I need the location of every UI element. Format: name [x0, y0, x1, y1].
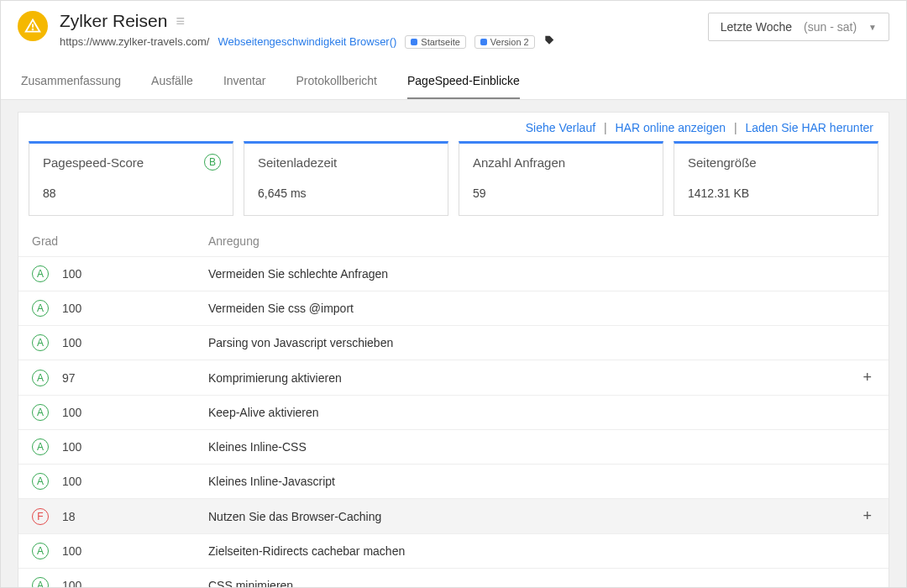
- grade-badge: B: [204, 154, 221, 171]
- link-history[interactable]: Siehe Verlauf: [526, 121, 595, 134]
- suggestion-text: Zielseiten-Ridirects cachebar machen: [208, 544, 875, 558]
- score-value: 100: [62, 302, 208, 315]
- chevron-down-icon: ▼: [868, 23, 877, 32]
- table-row[interactable]: A100Vermeiden Sie schlechte Anfragen: [18, 256, 889, 291]
- score-value: 100: [62, 544, 208, 558]
- tab-pagespeed-einblicke[interactable]: PageSpeed-Einblicke: [407, 66, 520, 99]
- metric-label: Seitenladezeit: [258, 155, 434, 170]
- score-value: 100: [62, 475, 208, 488]
- grade-badge: A: [32, 265, 49, 282]
- metric-card[interactable]: Seitenladezeit6,645 ms: [244, 141, 448, 216]
- score-value: 100: [62, 267, 208, 281]
- metric-value: 88: [43, 186, 219, 200]
- grade-badge: A: [32, 370, 49, 386]
- svg-point-1: [33, 29, 34, 30]
- date-range-selector[interactable]: Letzte Woche (sun - sat) ▼: [708, 13, 889, 41]
- tab-zusammenfassung[interactable]: Zusammenfassung: [21, 66, 121, 99]
- tab-ausf-lle[interactable]: Ausfälle: [151, 66, 193, 99]
- table-row[interactable]: F18Nutzen Sie das Browser-Caching+: [18, 498, 889, 533]
- suggestion-text: Kleines Inline-CSS: [208, 440, 875, 454]
- tag-startseite[interactable]: Startseite: [405, 35, 465, 49]
- link-download-har[interactable]: Laden Sie HAR herunter: [745, 121, 873, 134]
- metric-card[interactable]: Pagespeed-Score88B: [29, 141, 233, 216]
- suggestions-table: A100Vermeiden Sie schlechte AnfragenA100…: [18, 256, 889, 588]
- header-grade: Grad: [32, 234, 208, 248]
- tab-inventar[interactable]: Inventar: [223, 66, 266, 99]
- table-row[interactable]: A100Kleines Inline-CSS: [18, 429, 889, 464]
- table-row[interactable]: A100Kleines Inline-Javascript: [18, 464, 889, 498]
- table-row[interactable]: A100Parsing von Javascript verschieben: [18, 325, 889, 360]
- grade-badge: A: [32, 300, 49, 317]
- suggestion-text: Vermeiden Sie css @import: [208, 302, 875, 315]
- metric-label: Pagespeed-Score: [43, 155, 219, 170]
- table-row[interactable]: A100Vermeiden Sie css @import: [18, 291, 889, 325]
- tab-bar: ZusammenfassungAusfälleInventarProtokoll…: [1, 66, 906, 100]
- tab-protokollbericht[interactable]: Protokollbericht: [296, 66, 377, 99]
- header-suggestion: Anregung: [208, 234, 875, 248]
- score-value: 100: [62, 336, 208, 349]
- table-row[interactable]: A100Keep-Alive aktivieren: [18, 395, 889, 429]
- score-value: 18: [62, 510, 208, 523]
- suggestion-text: Parsing von Javascript verschieben: [208, 336, 875, 349]
- link-view-har[interactable]: HAR online anzeigen: [616, 121, 726, 134]
- grade-badge: A: [32, 473, 49, 490]
- metric-label: Seitengröße: [688, 155, 864, 170]
- table-row[interactable]: A100CSS minimieren: [18, 568, 889, 588]
- expand-icon[interactable]: +: [859, 369, 875, 386]
- suggestion-text: Kleines Inline-Javascript: [208, 475, 875, 488]
- score-value: 100: [62, 406, 208, 419]
- page-title: Zylker Reisen: [60, 11, 167, 31]
- suggestion-text: CSS minimieren: [208, 579, 875, 588]
- score-value: 97: [62, 371, 208, 385]
- grade-badge: A: [32, 543, 49, 559]
- metric-value: 59: [473, 186, 649, 200]
- metric-label: Anzahl Anfragen: [473, 155, 649, 170]
- alert-icon: [18, 11, 48, 41]
- speed-link[interactable]: Webseitengeschwindigkeit Browser(): [218, 35, 396, 48]
- grade-badge: A: [32, 334, 49, 351]
- table-header: Grad Anregung: [18, 228, 889, 256]
- metric-card[interactable]: Seitengröße1412.31 KB: [674, 141, 878, 216]
- score-value: 100: [62, 440, 208, 454]
- menu-icon[interactable]: ≡: [176, 13, 185, 30]
- date-label: Letzte Woche: [721, 20, 792, 34]
- metrics-row: Pagespeed-Score88BSeitenladezeit6,645 ms…: [18, 141, 889, 228]
- score-value: 100: [62, 579, 208, 588]
- grade-badge: F: [32, 508, 49, 525]
- metric-card[interactable]: Anzahl Anfragen59: [459, 141, 663, 216]
- top-links: Siehe Verlauf | HAR online anzeigen | La…: [18, 113, 889, 141]
- expand-icon[interactable]: +: [859, 507, 875, 525]
- suggestion-text: Keep-Alive aktivieren: [208, 406, 875, 419]
- date-range: (sun - sat): [804, 20, 857, 34]
- grade-badge: A: [32, 438, 49, 455]
- suggestion-text: Nutzen Sie das Browser-Caching: [208, 510, 859, 523]
- site-url: https://www.zylker-travels.com/: [60, 35, 209, 48]
- grade-badge: A: [32, 404, 49, 421]
- suggestion-text: Vermeiden Sie schlechte Anfragen: [208, 267, 875, 281]
- tag-version2[interactable]: Version 2: [474, 35, 535, 49]
- grade-badge: A: [32, 577, 49, 588]
- table-row[interactable]: A97Komprimierung aktivieren+: [18, 360, 889, 395]
- metric-value: 1412.31 KB: [688, 186, 864, 200]
- metric-value: 6,645 ms: [258, 186, 434, 200]
- table-row[interactable]: A100Zielseiten-Ridirects cachebar machen: [18, 533, 889, 568]
- suggestion-text: Komprimierung aktivieren: [208, 371, 859, 385]
- page-header: Zylker Reisen ≡ https://www.zylker-trave…: [1, 1, 906, 49]
- tag-icon[interactable]: [543, 34, 555, 49]
